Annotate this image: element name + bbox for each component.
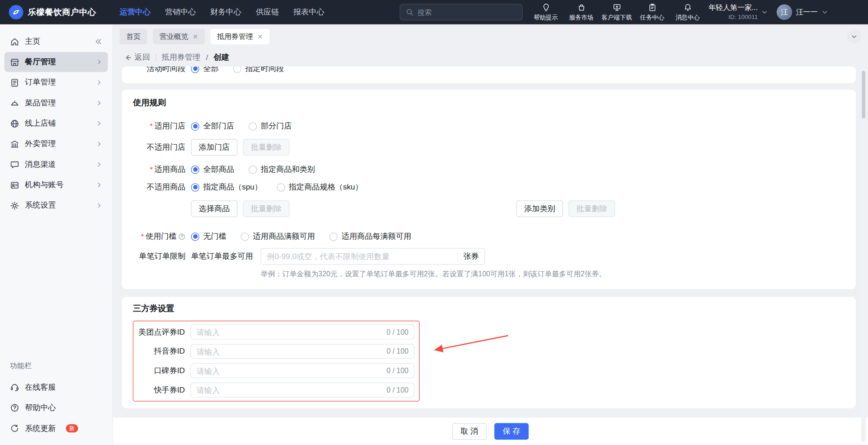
meituan-coupon-id-field: 0 / 100 [190, 325, 415, 340]
sidebar-item-label: 主页 [25, 37, 40, 47]
batch-delete-goods-button: 批量删除 [243, 200, 290, 217]
search-input[interactable] [417, 8, 516, 16]
radio-specified-time[interactable]: 指定时间段 [233, 66, 284, 74]
tab-label: 抵用券管理 [217, 32, 253, 42]
client-download-button[interactable]: 客户端下载 [601, 3, 632, 21]
batch-delete-stores-button: 批量删除 [243, 139, 290, 156]
sidebar-item-order-management[interactable]: 订单管理 [5, 72, 108, 92]
top-nav: 运营中心 营销中心 财务中心 供应链 报表中心 [119, 7, 324, 17]
merchant-account-switcher[interactable]: 年轻人第一家... ID: 100011 [708, 4, 768, 21]
sidebar-item-message-channel[interactable]: 消息渠道 [5, 155, 108, 175]
sidebar-item-home[interactable]: 主页 [5, 32, 108, 52]
nav-finance[interactable]: 财务中心 [210, 7, 241, 17]
batch-delete-categories-button: 批量删除 [569, 200, 615, 217]
bell-icon [684, 3, 692, 11]
chevron-down-icon [851, 33, 858, 40]
order-limit-input[interactable] [261, 252, 457, 261]
radio-specified-goods[interactable]: 指定商品和类别 [249, 165, 315, 175]
radio-min-amount[interactable]: 适用商品满额可用 [241, 232, 315, 241]
arrow-left-icon [124, 54, 132, 62]
brand[interactable]: 乐檬餐饮商户中心 [9, 5, 96, 19]
radio-all-time[interactable]: 全部 [191, 66, 218, 74]
save-button[interactable]: 保 存 [494, 423, 528, 440]
task-center-button[interactable]: 任务中心 [637, 3, 668, 21]
sidebar-item-online-store[interactable]: 线上店铺 [5, 114, 108, 133]
nav-reports[interactable]: 报表中心 [293, 7, 325, 17]
section-title: 使用规则 [133, 98, 845, 108]
radio-label: 指定商品和类别 [261, 165, 315, 175]
field-label: 单笔订单限制 [133, 251, 185, 261]
chevron-right-icon [96, 182, 103, 189]
radio-all-stores[interactable]: 全部门店 [191, 121, 234, 131]
koubei-coupon-id-input[interactable] [197, 366, 382, 375]
select-goods-button[interactable]: 选择商品 [191, 200, 237, 217]
radio-dot [241, 232, 249, 241]
sidebar: 主页 餐厅管理 订单管理 [0, 24, 113, 445]
nav-operations[interactable]: 运营中心 [119, 7, 151, 17]
avatar: 汪 [777, 5, 792, 20]
breadcrumb-section[interactable]: 抵用券管理 [162, 52, 201, 62]
cancel-button[interactable]: 取 消 [452, 423, 486, 440]
dish-icon [10, 98, 19, 108]
radio-all-goods[interactable]: 全部商品 [191, 165, 234, 175]
sidebar-item-takeout-management[interactable]: 外卖管理 [5, 134, 108, 154]
scrollbar-track [861, 67, 866, 441]
user-menu[interactable]: 汪 汪一一 [777, 5, 828, 20]
new-badge: 新 [66, 424, 78, 432]
add-category-button[interactable]: 添加类别 [516, 200, 563, 217]
scrollbar-thumb[interactable] [862, 71, 865, 118]
tab-list-dropdown-button[interactable] [847, 29, 861, 44]
radio-partial-stores[interactable]: 部分门店 [249, 121, 292, 131]
tab-business-overview[interactable]: 营业概览 [153, 29, 205, 44]
sidebar-item-restaurant-management[interactable]: 餐厅管理 [5, 52, 108, 72]
radio-dot [191, 66, 199, 73]
sidebar-item-online-service[interactable]: 在线客服 [5, 378, 108, 398]
tab-voucher-management[interactable]: 抵用券管理 [210, 29, 269, 44]
sidebar-item-system-settings[interactable]: 系统设置 [5, 195, 108, 215]
sidebar-item-label: 线上店铺 [25, 118, 56, 128]
sidebar-item-org-account[interactable]: 机构与账号 [5, 175, 108, 195]
tool-label: 消息中心 [675, 13, 700, 21]
sidebar-item-system-update[interactable]: 系统更新 新 [5, 418, 108, 438]
task-icon [648, 3, 656, 11]
kuaishou-coupon-id-input[interactable] [197, 386, 382, 395]
chevron-right-icon [96, 120, 103, 127]
close-icon[interactable] [257, 34, 263, 39]
nav-supply-chain[interactable]: 供应链 [256, 7, 279, 17]
collapse-sidebar-icon[interactable] [94, 38, 102, 45]
nav-marketing[interactable]: 营销中心 [165, 7, 196, 17]
sidebar-footer: 功能栏 在线客服 帮助中心 系统更 [0, 361, 113, 439]
close-icon[interactable] [193, 34, 198, 39]
radio-dot [191, 166, 199, 174]
radio-no-threshold[interactable]: 无门槛 [191, 232, 226, 241]
help-tips-button[interactable]: 帮助提示 [530, 3, 561, 21]
chevron-right-icon [96, 141, 103, 147]
radio-dot [249, 166, 257, 174]
service-market-button[interactable]: 服务市场 [566, 3, 597, 21]
home-icon [10, 37, 19, 46]
tab-home[interactable]: 首页 [119, 29, 147, 44]
radio-label: 无门槛 [203, 232, 226, 241]
radio-specified-sku[interactable]: 指定商品规格（sku） [277, 182, 363, 192]
field-label: 美团点评券ID [133, 327, 185, 337]
help-icon [10, 403, 19, 413]
sidebar-item-label: 消息渠道 [25, 160, 56, 170]
douyin-coupon-id-input[interactable] [197, 347, 382, 356]
merchant-id: ID: 100011 [708, 13, 758, 21]
third-party-card: 三方券设置 美团点评券ID 0 / 100 抖音券ID [122, 297, 856, 408]
main-area: 首页 营业概览 抵用券管理 [113, 24, 868, 445]
meituan-coupon-id-input[interactable] [197, 327, 382, 336]
message-center-button[interactable]: 消息中心 [672, 3, 703, 21]
sidebar-item-dish-management[interactable]: 菜品管理 [5, 93, 108, 113]
radio-per-amount[interactable]: 适用商品每满额可用 [330, 232, 411, 241]
add-store-button[interactable]: 添加门店 [191, 139, 237, 156]
field-label: 不适用门店 [133, 142, 185, 152]
brand-name: 乐檬餐饮商户中心 [28, 7, 96, 17]
back-button[interactable]: 返回 [124, 52, 150, 62]
question-circle-icon[interactable] [178, 233, 185, 240]
field-label: 快手券ID [133, 385, 185, 395]
radio-specified-spu[interactable]: 指定商品（spu） [191, 182, 262, 192]
radio-dot [191, 232, 199, 241]
global-search [400, 4, 523, 21]
sidebar-item-help-center[interactable]: 帮助中心 [5, 398, 108, 418]
